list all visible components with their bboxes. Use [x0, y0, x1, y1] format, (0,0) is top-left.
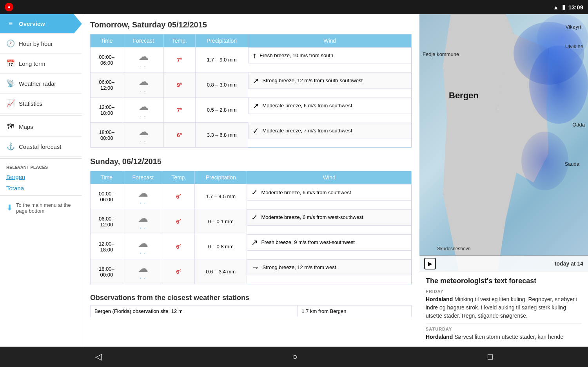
precip-cell: 0.5 – 2.8 mm [195, 98, 248, 123]
sidebar-item-overview[interactable]: ≡ Overview [0, 14, 82, 34]
wind-description: Moderate breeze, 6 m/s from west-southwe… [261, 214, 363, 220]
sidebar-place-totana[interactable]: Totana [0, 183, 82, 194]
sidebar-item-statistics[interactable]: 📈 Statistics [0, 94, 82, 114]
map-label-sauda: Sauda [564, 161, 579, 167]
sunday-title: Sunday, 06/12/2015 [90, 157, 412, 166]
temp-cell: 6° [163, 209, 195, 234]
sidebar-item-weather-radar[interactable]: 📡 Weather radar [0, 74, 82, 94]
text-forecast-title: The meteorologist's text forecast [426, 277, 582, 285]
time-cell: 00:00–06:00 [91, 47, 123, 72]
home-button[interactable]: ○ [292, 352, 297, 362]
wind-arrow-icon: → [251, 263, 259, 272]
recent-button[interactable]: □ [488, 352, 493, 362]
precip-cell: 0 – 0.1 mm [194, 209, 247, 234]
sidebar-label-hour-by-hour: Hour by hour [19, 40, 53, 47]
clock-time: 13:09 [568, 4, 583, 11]
tomorrow-bold: Tomorrow, [90, 20, 130, 29]
play-button[interactable]: ▶ [424, 258, 436, 269]
sunday-bold: Sunday, [90, 157, 120, 166]
temp-cell: 7° [163, 98, 195, 123]
map-canvas: Vikøyri Fedje kommune Bergen Ulvik he Od… [419, 14, 588, 271]
forecast-location-saturday: Hordaland [426, 334, 453, 340]
wind-description: Strong breeze, 12 m/s from south-southwe… [262, 78, 363, 83]
col-temp-2: Temp. [163, 171, 195, 184]
wind-cell: ↗ Moderate breeze, 6 m/s from southwest [248, 98, 411, 114]
sidebar-label-coastal: Coastal forecast [19, 143, 61, 150]
temp-cell: 6° [163, 184, 195, 209]
main-layout: ≡ Overview 🕐 Hour by hour 📅 Long term 📡 … [0, 14, 588, 347]
map-overlay-bar: ▶ today at 14 [419, 255, 588, 271]
temp-cell: 6° [163, 259, 195, 284]
radar-blob-3 [537, 14, 588, 61]
forecast-cell: ☁ · · [123, 123, 163, 148]
col-precip-2: Precipitation [194, 171, 247, 184]
obs-station-dist: 1.7 km from Bergen [298, 306, 412, 317]
wind-cell: ↗ Strong breeze, 12 m/s from south-south… [248, 72, 411, 89]
wind-arrow-icon: ✓ [251, 188, 258, 197]
obs-station-name: Bergen (Florida) observation site, 12 m [91, 306, 298, 317]
wind-cell: ↑ Fresh breeze, 10 m/s from south [248, 47, 411, 63]
radar-icon: 📡 [6, 79, 15, 88]
text-forecast-panel: The meteorologist's text forecast FRIDAY… [419, 271, 588, 347]
temp-cell: 9° [163, 72, 195, 98]
precip-cell: 0.6 – 3.4 mm [194, 259, 247, 284]
col-forecast-1: Forecast [123, 34, 163, 47]
map-label-skudesnes: Skudesneshovn [437, 246, 470, 251]
wind-cell: ✓ Moderate breeze, 6 m/s from southwest [247, 184, 411, 201]
forecast-cell: ☁ · · [123, 72, 163, 98]
col-wind-2: Wind [247, 171, 412, 184]
wifi-icon: ▲ [553, 4, 559, 11]
status-bar-left: ● [5, 3, 13, 11]
forecast-divider-1 [426, 323, 582, 324]
sidebar-item-long-term[interactable]: 📅 Long term [0, 54, 82, 74]
forecast-cell: ☁ · · [123, 209, 163, 234]
maps-icon: 🗺 [6, 123, 15, 131]
time-cell: 00:00–06:00 [91, 184, 123, 209]
wind-arrow-icon: ↗ [252, 101, 259, 110]
sidebar-label-overview: Overview [19, 20, 45, 27]
wind-description: Moderate breeze, 7 m/s from southwest [262, 128, 352, 134]
tomorrow-row-1: 06:00–12:00 ☁ · · 9° 0.8 – 3.0 mm ↗ Stro… [91, 72, 412, 98]
sidebar-label-statistics: Statistics [19, 100, 42, 107]
status-bar: ● ▲ ▮ 13:09 [0, 0, 588, 14]
temp-cell: 6° [163, 234, 195, 259]
precip-cell: 1.7 – 4.5 mm [194, 184, 247, 209]
sidebar-item-coastal[interactable]: ⚓ Coastal forecast [0, 137, 82, 157]
sidebar-item-hour-by-hour[interactable]: 🕐 Hour by hour [0, 34, 82, 54]
time-cell: 12:00–18:00 [91, 98, 123, 123]
forecast-text-saturday: Hordaland Sørvest liten storm utsette st… [426, 333, 582, 341]
time-cell: 18:00–00:00 [91, 123, 123, 148]
wind-cell: ✓ Moderate breeze, 7 m/s from southwest [248, 123, 411, 139]
back-button[interactable]: ◁ [95, 352, 102, 362]
col-wind-1: Wind [248, 34, 412, 47]
sidebar-bottom-link[interactable]: ⬇ To the main menu at the page bottom [0, 197, 82, 219]
nav-bar: ◁ ○ □ [0, 347, 588, 367]
forecast-day-saturday: SATURDAY [426, 327, 582, 331]
wind-description: Fresh breeze, 10 m/s from south [260, 52, 333, 58]
anchor-icon: ⚓ [6, 142, 15, 151]
forecast-body-saturday: Sørvest liten storm utsette stader, kan … [454, 334, 563, 340]
wind-arrow-icon: ↗ [251, 238, 258, 247]
col-time-2: Time [91, 171, 123, 184]
app-icon: ● [5, 3, 13, 11]
sunday-row-2: 12:00–18:00 ☁ · · 6° 0 – 0.8 mm ↗ Fresh … [91, 234, 412, 259]
sidebar-divider-3 [0, 195, 82, 196]
sidebar-label-maps: Maps [19, 123, 33, 130]
tomorrow-row-0: 00:00–06:00 ☁ · · 7° 1.7 – 9.0 mm ↑ Fres… [91, 47, 412, 72]
sidebar-bottom-link-label: To the main menu at the page bottom [16, 202, 76, 214]
sidebar-place-bergen[interactable]: Bergen [0, 171, 82, 183]
temp-cell: 7° [163, 47, 195, 72]
right-panel: Vikøyri Fedje kommune Bergen Ulvik he Od… [419, 14, 588, 347]
forecast-cell: ☁ · · [123, 98, 163, 123]
sidebar-item-maps[interactable]: 🗺 Maps [0, 117, 82, 137]
sidebar-label-long-term: Long term [19, 60, 45, 67]
battery-icon: ▮ [562, 4, 565, 11]
wind-arrow-icon: ✓ [251, 213, 258, 222]
tomorrow-row-2: 12:00–18:00 ☁ · · 7° 0.5 – 2.8 mm ↗ Mode… [91, 98, 412, 123]
map-time-label: today at 14 [555, 260, 583, 267]
forecast-text-friday: Hordaland Minking til vestleg liten kuli… [426, 295, 582, 320]
content-area: Tomorrow, Saturday 05/12/2015 Time Forec… [82, 14, 419, 347]
map-label-odda: Odda [572, 122, 585, 128]
relevant-places-label: RELEVANT PLACES [0, 160, 82, 171]
sunday-row-1: 06:00–12:00 ☁ · · 6° 0 – 0.1 mm ✓ Modera… [91, 209, 412, 234]
